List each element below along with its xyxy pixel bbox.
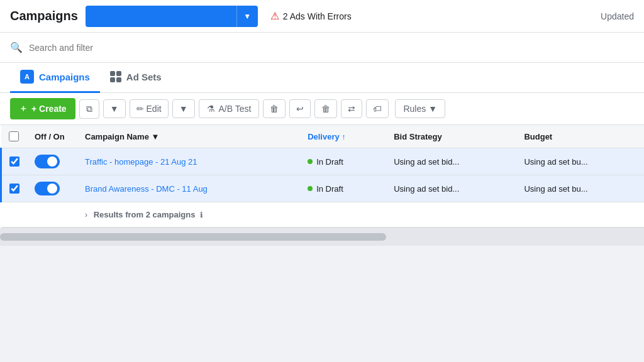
select-all-header[interactable] bbox=[1, 125, 28, 148]
undo-button[interactable]: ↩ bbox=[289, 99, 311, 118]
row1-delivery-cell: In Draft bbox=[300, 148, 386, 175]
row1-name-cell: Traffic - homepage - 21 Aug 21 bbox=[77, 148, 300, 175]
transfer-button[interactable]: ⇄ bbox=[341, 99, 362, 118]
edit-icon: ✏ bbox=[136, 104, 144, 114]
page-title: Campaigns bbox=[10, 9, 78, 23]
row2-delivery-dot bbox=[308, 186, 313, 191]
results-row: › Results from 2 campaigns ℹ bbox=[1, 202, 645, 228]
edit-label: Edit bbox=[147, 104, 162, 114]
row2-toggle-cell[interactable] bbox=[27, 175, 77, 202]
row1-budget-cell: Using ad set bu... bbox=[516, 148, 644, 175]
toggle-header: Off / On bbox=[27, 125, 77, 148]
warning-icon: ⚠ bbox=[270, 10, 279, 22]
sort-icon: ▼ bbox=[152, 132, 160, 141]
ads-errors-text: 2 Ads With Errors bbox=[283, 11, 352, 21]
table-row: Brand Awareness - DMC - 11 Aug In Draft … bbox=[1, 175, 645, 202]
campaign-dropdown-arrow[interactable]: ▼ bbox=[236, 6, 258, 27]
scrollbar-thumb[interactable] bbox=[0, 233, 386, 241]
budget-header: Budget bbox=[516, 125, 644, 148]
row1-toggle[interactable] bbox=[35, 155, 60, 168]
create-icon: ＋ bbox=[19, 103, 28, 114]
transfer-icon: ⇄ bbox=[348, 104, 355, 114]
row2-checkbox[interactable] bbox=[9, 184, 19, 194]
tab-campaigns-label: Campaigns bbox=[39, 72, 90, 82]
rules-chevron-icon: ▼ bbox=[428, 104, 437, 114]
table-row: Traffic - homepage - 21 Aug 21 In Draft … bbox=[1, 148, 645, 175]
table-header-row: Off / On Campaign Name ▼ Delivery ↑ Bid … bbox=[1, 125, 645, 148]
select-all-checkbox[interactable] bbox=[9, 131, 19, 141]
create-label: + Create bbox=[31, 104, 67, 114]
create-button[interactable]: ＋ + Create bbox=[10, 98, 75, 119]
flask-icon: ⚗ bbox=[207, 104, 215, 114]
campaign-dropdown[interactable] bbox=[86, 6, 236, 27]
row2-delivery-text: In Draft bbox=[316, 184, 343, 194]
expand-icon[interactable]: › bbox=[85, 211, 87, 219]
tag-icon: 🏷 bbox=[373, 104, 382, 114]
row2-name-cell: Brand Awareness - DMC - 11 Aug bbox=[77, 175, 300, 202]
row2-delivery-cell: In Draft bbox=[300, 175, 386, 202]
tag-button[interactable]: 🏷 bbox=[366, 99, 389, 118]
row2-toggle[interactable] bbox=[35, 182, 60, 195]
delivery-header[interactable]: Delivery ↑ bbox=[300, 125, 386, 148]
row1-toggle-cell[interactable] bbox=[27, 148, 77, 175]
edit-chevron-icon: ▼ bbox=[179, 104, 188, 114]
ab-test-button[interactable]: ⚗ A/B Test bbox=[199, 99, 260, 118]
campaign-selector[interactable]: ▼ bbox=[86, 6, 258, 27]
row2-bid-cell: Using ad set bid... bbox=[386, 175, 516, 202]
edit-button[interactable]: ✏ Edit bbox=[130, 99, 169, 118]
trash-icon: 🗑 bbox=[270, 104, 279, 114]
bid-strategy-header: Bid Strategy bbox=[386, 125, 516, 148]
info-icon[interactable]: ℹ bbox=[200, 211, 203, 219]
ads-errors-section: ⚠ 2 Ads With Errors bbox=[270, 10, 352, 22]
row2-campaign-link[interactable]: Brand Awareness - DMC - 11 Aug bbox=[85, 184, 208, 194]
delete2-button[interactable]: 🗑 bbox=[314, 99, 337, 118]
edit-dropdown-button[interactable]: ▼ bbox=[172, 99, 195, 118]
row1-delivery-text: In Draft bbox=[316, 157, 343, 167]
trash2-icon: 🗑 bbox=[321, 104, 330, 114]
row1-bid-cell: Using ad set bid... bbox=[386, 148, 516, 175]
row1-check-cell[interactable] bbox=[1, 148, 28, 175]
row1-campaign-link[interactable]: Traffic - homepage - 21 Aug 21 bbox=[85, 157, 197, 167]
campaign-name-header[interactable]: Campaign Name ▼ bbox=[77, 125, 300, 148]
row1-checkbox[interactable] bbox=[9, 156, 19, 167]
row2-budget-cell: Using ad set bu... bbox=[516, 175, 644, 202]
results-expand-cell bbox=[1, 202, 28, 228]
undo-icon: ↩ bbox=[296, 104, 304, 114]
row2-check-cell[interactable] bbox=[1, 175, 28, 202]
campaigns-icon: A bbox=[20, 70, 34, 84]
top-bar: Campaigns ▼ ⚠ 2 Ads With Errors Updated bbox=[0, 0, 644, 33]
scrollbar-area[interactable] bbox=[0, 228, 644, 246]
campaigns-table: Off / On Campaign Name ▼ Delivery ↑ Bid … bbox=[0, 125, 644, 228]
rules-button[interactable]: Rules ▼ bbox=[395, 99, 445, 118]
ab-test-label: A/B Test bbox=[219, 104, 252, 114]
results-text: Results from 2 campaigns bbox=[94, 210, 196, 219]
toolbar: ＋ + Create ⧉ ▼ ✏ Edit ▼ ⚗ A/B Test 🗑 ↩ 🗑… bbox=[0, 93, 644, 125]
tab-adsets-label: Ad Sets bbox=[126, 72, 162, 82]
search-icon: 🔍 bbox=[10, 41, 23, 53]
row1-delivery-dot bbox=[308, 159, 313, 164]
duplicate-dropdown-button[interactable]: ▼ bbox=[103, 99, 126, 118]
results-toggle-cell bbox=[27, 202, 77, 228]
chevron-down-icon: ▼ bbox=[110, 104, 119, 114]
tab-adsets[interactable]: Ad Sets bbox=[100, 63, 172, 93]
delete-button[interactable]: 🗑 bbox=[263, 99, 286, 118]
updated-label: Updated bbox=[601, 11, 634, 21]
duplicate-button[interactable]: ⧉ bbox=[79, 99, 99, 119]
tab-campaigns[interactable]: A Campaigns bbox=[10, 63, 100, 93]
results-text-cell: › Results from 2 campaigns ℹ bbox=[77, 202, 644, 228]
duplicate-icon: ⧉ bbox=[86, 104, 92, 114]
rules-label: Rules bbox=[403, 104, 426, 114]
search-input[interactable] bbox=[29, 43, 634, 53]
tabs-bar: A Campaigns Ad Sets bbox=[0, 63, 644, 93]
search-bar: 🔍 bbox=[0, 33, 644, 63]
adsets-icon bbox=[110, 71, 121, 82]
